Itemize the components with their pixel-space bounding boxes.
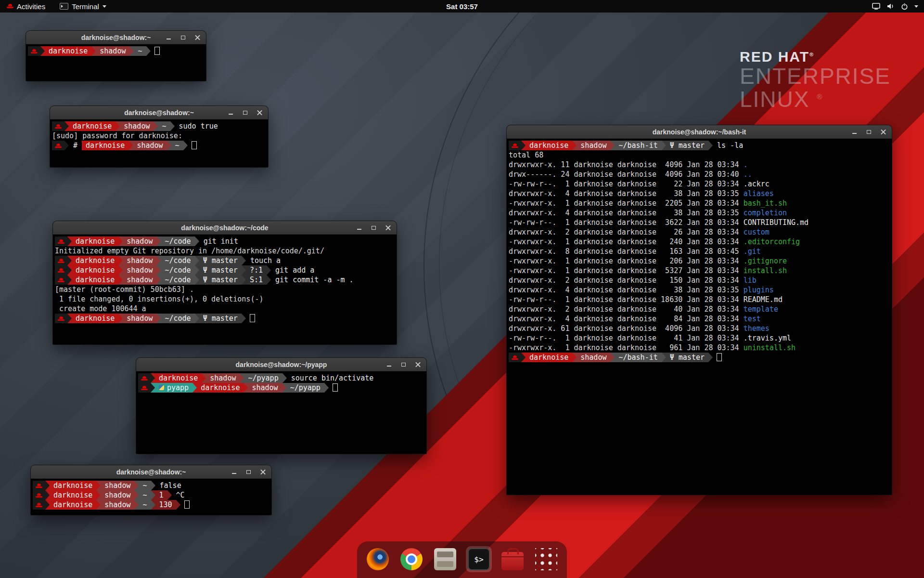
redhat-prompt-icon [138, 373, 151, 383]
powerline-separator-icon [521, 141, 526, 150]
terminal-line: drwxrwxr-x. 11 darknoise darknoise 4096 … [509, 160, 891, 170]
prompt-segment-git: Ψ master [666, 141, 708, 150]
powerline-separator-icon [64, 141, 69, 150]
terminal-line: [sudo] password for darknoise: [52, 131, 267, 141]
terminal-line: total 68 [509, 150, 891, 160]
display-icon [872, 3, 880, 10]
system-menu[interactable] [872, 0, 924, 13]
powerline-separator-icon [64, 121, 69, 131]
file-name: .. [744, 170, 752, 179]
minimize-button[interactable] [231, 468, 238, 475]
terminal-line: darknoiseshadow~/bash-itΨ master ls -la [509, 141, 891, 150]
titlebar[interactable]: darknoise@shadow:~/pyapp [136, 358, 426, 371]
terminal-content[interactable]: darknoiseshadow~/pyapp source bin/activa… [136, 371, 426, 454]
titlebar[interactable]: darknoise@shadow:~ [31, 465, 271, 479]
command-text: sudo true [175, 122, 218, 131]
dock-item-app-grid[interactable] [533, 546, 559, 572]
activities-button[interactable]: Activities [5, 0, 47, 13]
redhat-prompt-icon [55, 265, 67, 275]
powerline-separator-icon [242, 256, 246, 265]
prompt-segment-status: ?:1 [246, 265, 267, 275]
powerline-separator-icon [45, 500, 50, 510]
dock-item-files[interactable] [432, 546, 458, 572]
powerline-separator-icon [128, 141, 133, 150]
fedora-icon [31, 49, 38, 54]
fedora-icon [36, 484, 42, 488]
fedora-icon [55, 124, 62, 129]
maximize-button[interactable] [180, 34, 187, 41]
fedora-icon [512, 144, 518, 148]
terminal-line: drwxrwxr-x. 8 darknoise darknoise 163 Ja… [509, 247, 891, 256]
top-bar: Activities Terminal Sat 03:57 [0, 0, 924, 13]
minimize-button[interactable] [165, 34, 172, 41]
minimize-button[interactable] [385, 361, 393, 368]
terminal-line: darknoiseshadow~ false [33, 481, 270, 490]
prompt-segment-path: ~ [134, 46, 146, 56]
powerline-separator-icon [572, 141, 577, 150]
powerline-separator-icon [195, 314, 199, 323]
titlebar[interactable]: darknoise@shadow:~ [26, 31, 206, 44]
app-menu-button[interactable]: Terminal [58, 0, 108, 13]
dock-item-terminal[interactable]: $> [466, 546, 492, 572]
prompt-segment-host: shadow [101, 481, 134, 490]
volume-icon [886, 3, 895, 10]
minimize-button[interactable] [851, 128, 858, 135]
terminal-cursor [717, 353, 722, 361]
terminal-content[interactable]: darknoiseshadow~ sudo true[sudo] passwor… [50, 119, 268, 167]
close-button[interactable] [259, 468, 267, 475]
prompt-segment-user: darknoise [72, 275, 118, 285]
app-grid-icon [535, 548, 557, 570]
dock-item-toolbox[interactable] [500, 546, 526, 572]
close-button[interactable] [385, 224, 392, 231]
minimize-button[interactable] [356, 224, 363, 231]
titlebar[interactable]: darknoise@shadow:~/code [53, 221, 397, 235]
prompt-segment-host: shadow [101, 490, 134, 500]
dock-item-firefox[interactable] [365, 546, 391, 572]
maximize-button[interactable] [370, 224, 377, 231]
close-button[interactable] [256, 109, 263, 116]
files-icon [434, 548, 456, 570]
prompt-segment-user: darknoise [72, 236, 118, 246]
terminal-line: drwxrwxr-x. 2 darknoise darknoise 150 Ja… [509, 276, 891, 285]
maximize-button[interactable] [242, 109, 249, 116]
redhat-prompt-icon [55, 236, 67, 246]
prompt-segment-status: S:1 [246, 275, 267, 285]
terminal-line: -rwxrwxr-x. 1 darknoise darknoise 2205 J… [509, 198, 891, 208]
powerline-separator-icon [151, 373, 155, 383]
activities-label: Activities [17, 2, 45, 11]
file-name: plugins [744, 286, 774, 294]
close-button[interactable] [414, 361, 422, 368]
close-button[interactable] [194, 34, 201, 41]
powerline-separator-icon [195, 256, 199, 265]
powerline-separator-icon [96, 490, 101, 500]
terminal-line: pyappdarknoiseshadow~/pyapp [138, 383, 425, 393]
file-name: README.md [744, 295, 783, 304]
prompt-segment-user: darknoise [50, 500, 96, 510]
terminal-content[interactable]: darknoiseshadow~ [26, 44, 206, 81]
close-button[interactable] [880, 128, 887, 135]
redhat-prompt-icon [33, 490, 45, 500]
redhat-prompt-icon [55, 275, 67, 285]
dock-item-chrome[interactable] [398, 546, 424, 572]
terminal-window-pyapp: darknoise@shadow:~/pyapp darknoiseshadow… [136, 358, 426, 454]
terminal-cursor [333, 383, 338, 392]
terminal-content[interactable]: darknoiseshadow~/code git initInitialize… [53, 235, 397, 344]
minimize-button[interactable] [227, 109, 234, 116]
fedora-icon [58, 239, 64, 244]
maximize-button[interactable] [245, 468, 252, 475]
window-title: darknoise@shadow:~/pyapp [136, 361, 426, 368]
prompt-segment-user: darknoise [50, 490, 96, 500]
powerline-separator-icon [156, 265, 161, 275]
maximize-button[interactable] [865, 128, 873, 135]
maximize-button[interactable] [400, 361, 407, 368]
terminal-content[interactable]: darknoiseshadow~/bash-itΨ master ls -lat… [507, 139, 892, 495]
titlebar[interactable]: darknoise@shadow:~/bash-it [507, 125, 892, 139]
file-name: install.sh [744, 266, 787, 275]
titlebar[interactable]: darknoise@shadow:~ [50, 106, 268, 119]
terminal-line: create mode 100644 a [55, 304, 396, 314]
powerline-separator-icon [151, 490, 155, 500]
file-name: template [744, 305, 778, 314]
terminal-content[interactable]: darknoiseshadow~ falsedarknoiseshadow~1 … [31, 479, 271, 515]
powerline-separator-icon [96, 481, 101, 490]
clock[interactable]: Sat 03:57 [446, 2, 478, 11]
